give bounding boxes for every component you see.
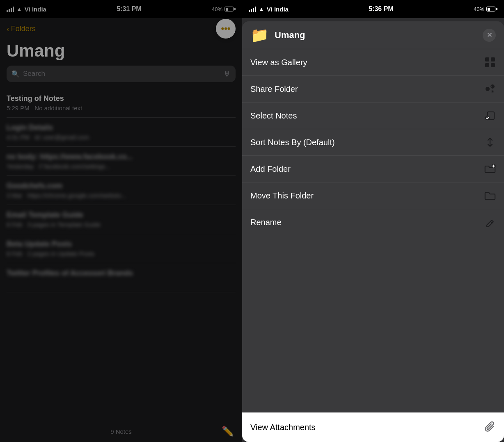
carrier-name-right: Vi India [267,6,289,13]
battery-pct-right: 40% [474,6,484,12]
note-title: Login Details [7,123,236,132]
options-dots-icon: ••• [221,23,230,34]
status-bar-left: ▲ Vi India 5:31 PM 40% [0,0,242,18]
modal-container: 📁 Umang ✕ View as Gallery [242,18,504,442]
menu-item-label-share-folder: Share Folder [250,84,298,94]
menu-item-select-notes[interactable]: Select Notes [242,103,504,129]
notes-count: 9 Notes [110,428,132,435]
back-chevron-icon: ‹ [7,24,9,34]
menu-item-add-folder[interactable]: Add Folder [242,156,504,182]
menu-item-label-view-attachments: View Attachments [250,423,316,432]
note-subtitle: 4:31 PM id: user@gmail.com [7,134,236,141]
note-subtitle: Yesterday // facebook.com/settings... [7,163,236,170]
search-icon: 🔍 [11,70,20,78]
menu-item-move-folder[interactable]: Move This Folder [242,182,504,209]
select-notes-icon [484,110,496,121]
signal-bars-left [7,6,14,12]
modal-header-left: 📁 Umang [250,27,305,44]
time-left: 5:31 PM [117,5,141,13]
note-subtitle: 8 Feb 3 pages in Template Guide [7,221,236,228]
carrier-signal-left: ▲ Vi India [7,6,46,13]
menu-item-label-rename: Rename [250,218,282,227]
options-button[interactable]: ••• [216,19,236,39]
folder-icon-large: 📁 [250,27,269,44]
close-modal-button[interactable]: ✕ [483,29,496,42]
svg-rect-3 [491,63,495,67]
back-label: Folders [11,25,36,33]
modal-header: 📁 Umang ✕ [242,21,504,49]
note-title: no body: https://www.facebook.co... [7,153,236,161]
battery-body-left [225,7,234,11]
note-title: Email Template Guide [7,211,236,219]
note-title: Twitter Profiles of Accessori Brands [7,269,236,278]
menu-item-label-sort-notes: Sort Notes By (Default) [250,138,335,147]
menu-item-rename[interactable]: Rename [242,209,504,236]
right-panel: ▲ Vi India 5:36 PM 40% 📁 Umang ✕ [242,0,504,442]
add-folder-icon [484,163,496,175]
gallery-icon [484,57,496,68]
battery-tip-left [234,8,236,10]
note-item[interactable]: Goodchefs.com 3 Mar https://chrome.googl… [7,176,236,205]
svg-point-5 [486,87,490,91]
note-title: Beta Update Posts [7,240,236,248]
note-subtitle: 8 Feb 2 pages in Update Posts [7,250,236,257]
search-placeholder: Search [23,70,220,78]
svg-rect-0 [485,57,489,62]
carrier-name-left: Vi India [25,6,46,13]
menu-item-view-attachments[interactable]: View Attachments [242,412,504,442]
rename-icon [484,217,496,228]
menu-list: View as Gallery Share Folder [242,49,504,412]
note-subtitle: 5:29 PM No additional text [7,105,236,112]
note-item[interactable]: Testing of Notes 5:29 PM No additional t… [7,89,236,118]
menu-item-label-add-folder: Add Folder [250,164,291,174]
view-attachments-section: View Attachments [242,412,504,442]
note-item[interactable]: Beta Update Posts 8 Feb 2 pages in Updat… [7,234,236,263]
battery-body-right [486,7,495,11]
menu-item-sort-notes[interactable]: Sort Notes By (Default) [242,129,504,156]
note-item[interactable]: no body: https://www.facebook.co... Yest… [7,147,236,176]
svg-rect-2 [485,63,489,67]
back-button[interactable]: ‹ Folders [7,24,36,34]
move-folder-icon [484,190,496,201]
paperclip-icon [484,421,496,433]
search-bar[interactable]: 🔍 Search 🎙 [7,66,236,82]
battery-pct-left: 40% [212,6,222,12]
battery-tip-right [496,8,497,10]
close-icon: ✕ [487,31,492,39]
menu-item-view-gallery[interactable]: View as Gallery [242,49,504,76]
menu-item-label-move-folder: Move This Folder [250,191,314,200]
wifi-icon-left: ▲ [16,6,22,12]
battery-fill-right [488,8,490,11]
note-title: Testing of Notes [7,94,236,103]
mic-icon: 🎙 [223,70,231,78]
bottom-bar: 9 Notes ✏️ [0,421,242,442]
note-item[interactable]: Email Template Guide 8 Feb 3 pages in Te… [7,205,236,234]
note-subtitle [7,279,236,286]
notes-list: Testing of Notes 5:29 PM No additional t… [0,89,242,421]
page-title: Umang [0,39,242,66]
wifi-icon-right: ▲ [259,6,264,12]
menu-item-label-view-gallery: View as Gallery [250,58,307,67]
status-bar-right: ▲ Vi India 5:36 PM 40% [242,0,504,18]
compose-icon[interactable]: ✏️ [222,426,234,437]
nav-bar-left: ‹ Folders ••• [0,18,242,39]
note-title: Goodchefs.com [7,182,236,190]
signal-bars-right [249,6,256,12]
sort-icon [484,137,496,148]
share-folder-icon [484,83,496,95]
menu-item-label-select-notes: Select Notes [250,111,297,121]
svg-rect-1 [491,57,495,62]
left-panel: ▲ Vi India 5:31 PM 40% ‹ Folders ••• Uma… [0,0,242,442]
note-subtitle: 3 Mar https://chrome.google.com/websto..… [7,192,236,199]
time-right: 5:36 PM [369,5,393,13]
note-item[interactable]: Twitter Profiles of Accessori Brands [7,263,236,292]
battery-right: 40% [474,6,497,12]
battery-left: 40% [212,6,236,12]
note-item[interactable]: Login Details 4:31 PM id: user@gmail.com [7,118,236,147]
battery-fill-left [226,8,229,11]
menu-item-share-folder[interactable]: Share Folder [242,76,504,103]
svg-point-4 [490,84,495,89]
carrier-signal-right: ▲ Vi India [249,6,289,13]
modal-folder-name: Umang [275,30,305,41]
